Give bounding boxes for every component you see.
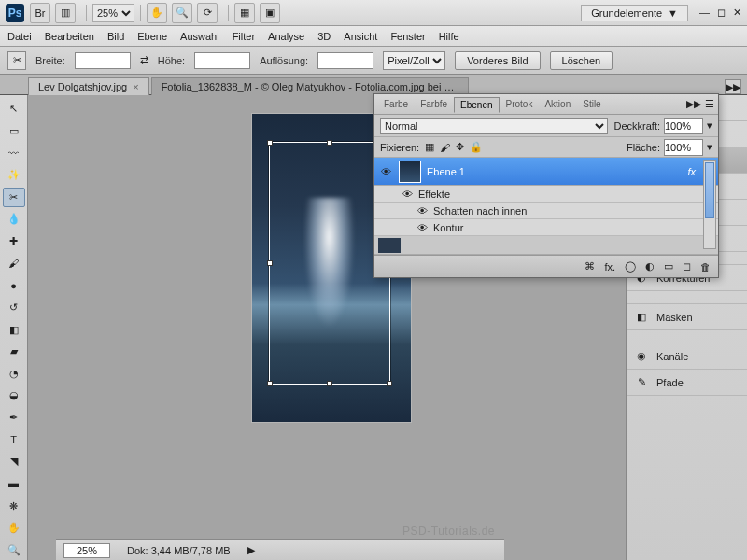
effects-row[interactable]: 👁Effekte bbox=[374, 186, 718, 203]
eyedropper-tool-icon[interactable]: 💧 bbox=[3, 209, 25, 230]
panel-tab[interactable]: Ebenen bbox=[454, 97, 499, 113]
front-image-button[interactable]: Vorderes Bild bbox=[455, 51, 540, 70]
rotate-tool-icon[interactable]: ⟳ bbox=[197, 3, 218, 23]
hand-tool-icon[interactable]: ✋ bbox=[147, 3, 167, 23]
zoom-input[interactable] bbox=[63, 543, 110, 558]
close-icon[interactable]: ✕ bbox=[733, 7, 741, 19]
scrollbar[interactable] bbox=[703, 160, 716, 249]
3d-tool-icon[interactable]: ❋ bbox=[3, 496, 25, 516]
workspace-switcher[interactable]: Grundelemente ▼ bbox=[581, 5, 688, 21]
bridge-icon[interactable]: Br bbox=[30, 3, 50, 23]
adjustment-icon[interactable]: ◐ bbox=[645, 260, 655, 273]
trash-icon[interactable]: 🗑 bbox=[700, 261, 711, 273]
menu-fenster[interactable]: Fenster bbox=[390, 31, 425, 42]
visibility-icon[interactable]: 👁 bbox=[402, 189, 413, 200]
crop-tool-icon[interactable]: ✂ bbox=[7, 51, 26, 70]
menu-ansicht[interactable]: Ansicht bbox=[344, 31, 377, 42]
more-arrows-icon[interactable]: ▶▶ bbox=[686, 98, 701, 110]
effect-stroke[interactable]: 👁Kontur bbox=[374, 219, 718, 236]
dodge-tool-icon[interactable]: ◒ bbox=[3, 385, 25, 406]
menu-datei[interactable]: Datei bbox=[7, 31, 32, 42]
panel-tab[interactable]: Protok bbox=[500, 97, 539, 111]
menu-auswahl[interactable]: Auswahl bbox=[180, 31, 219, 42]
menu-3d[interactable]: 3D bbox=[317, 31, 331, 42]
type-tool-icon[interactable]: T bbox=[3, 429, 25, 450]
chevron-down-icon[interactable]: ▾ bbox=[707, 141, 712, 153]
pen-tool-icon[interactable]: ✒ bbox=[3, 408, 25, 428]
layer-thumb bbox=[378, 238, 401, 253]
mini-bridge-icon[interactable]: ▥ bbox=[55, 3, 76, 23]
minimize-icon[interactable]: — bbox=[699, 7, 710, 19]
chevron-right-icon[interactable]: ▶ bbox=[247, 544, 255, 556]
screen-mode-icon[interactable]: ▣ bbox=[260, 3, 280, 23]
gradient-tool-icon[interactable]: ▰ bbox=[3, 342, 25, 362]
brush-tool-icon[interactable]: 🖌 bbox=[3, 253, 25, 273]
visibility-icon[interactable]: 👁 bbox=[417, 222, 428, 233]
resolution-input[interactable] bbox=[317, 52, 374, 69]
crop-tool-icon[interactable]: ✂ bbox=[3, 188, 25, 208]
history-brush-icon[interactable]: ↺ bbox=[3, 298, 25, 318]
heal-tool-icon[interactable]: ✚ bbox=[3, 231, 25, 252]
layer-row[interactable]: 👁 Ebene 1 fx bbox=[374, 158, 718, 186]
menu-analyse[interactable]: Analyse bbox=[268, 31, 304, 42]
tab-nav-right-icon[interactable]: ▶▶ bbox=[725, 79, 741, 94]
blur-tool-icon[interactable]: ◔ bbox=[3, 364, 25, 385]
shape-tool-icon[interactable]: ▬ bbox=[3, 474, 25, 495]
chevron-down-icon[interactable]: ▾ bbox=[707, 119, 712, 132]
panel-item-pfade[interactable]: ✎Pfade bbox=[627, 370, 747, 396]
scroll-thumb[interactable] bbox=[705, 162, 714, 218]
fill-input[interactable] bbox=[664, 139, 703, 156]
lock-position-icon[interactable]: ✥ bbox=[456, 141, 464, 153]
menu-bild[interactable]: Bild bbox=[107, 31, 124, 42]
visibility-icon[interactable]: 👁 bbox=[378, 164, 393, 179]
path-select-icon[interactable]: ◥ bbox=[3, 452, 25, 472]
doc-tab[interactable]: Lev Dolgatshjov.jpg× bbox=[28, 77, 149, 95]
panel-tab[interactable]: Farbfe bbox=[415, 97, 453, 111]
lock-pixels-icon[interactable]: 🖌 bbox=[440, 142, 450, 153]
panel-item-kanaele[interactable]: ◉Kanäle bbox=[627, 343, 747, 370]
new-layer-icon[interactable]: ◻ bbox=[683, 260, 691, 273]
eraser-tool-icon[interactable]: ◧ bbox=[3, 319, 25, 340]
lock-transparency-icon[interactable]: ▦ bbox=[425, 141, 434, 153]
move-tool-icon[interactable]: ↖ bbox=[3, 99, 25, 119]
swap-icon[interactable]: ⇄ bbox=[140, 54, 148, 66]
zoom-select[interactable]: 25% bbox=[92, 4, 134, 22]
layers-panel[interactable]: Farbe Farbfe Ebenen Protok Aktion Stile … bbox=[374, 93, 719, 278]
mask-icon[interactable]: ◯ bbox=[625, 260, 636, 273]
menu-hilfe[interactable]: Hilfe bbox=[439, 31, 459, 42]
menu-ebene[interactable]: Ebene bbox=[137, 31, 167, 42]
arrange-docs-icon[interactable]: ▦ bbox=[234, 3, 255, 23]
group-icon[interactable]: ▭ bbox=[664, 260, 673, 273]
height-label: Höhe: bbox=[158, 55, 185, 66]
units-select[interactable]: Pixel/Zoll bbox=[383, 51, 445, 70]
panel-item-masken[interactable]: ◧Masken bbox=[627, 304, 747, 330]
marquee-tool-icon[interactable]: ▭ bbox=[3, 121, 25, 142]
maximize-icon[interactable]: ◻ bbox=[717, 7, 726, 19]
visibility-icon[interactable]: 👁 bbox=[417, 205, 428, 217]
layer-row[interactable] bbox=[374, 236, 718, 255]
crop-marquee[interactable] bbox=[269, 142, 390, 385]
width-input[interactable] bbox=[75, 52, 131, 69]
panel-menu-icon[interactable]: ☰ bbox=[705, 98, 714, 110]
panel-tab[interactable]: Stile bbox=[577, 97, 606, 111]
toolbox: ↖ ▭ 〰 ✨ ✂ 💧 ✚ 🖌 ● ↺ ◧ ▰ ◔ ◒ ✒ T ◥ ▬ ❋ ✋ … bbox=[0, 95, 28, 560]
effect-inner-shadow[interactable]: 👁Schatten nach innen bbox=[374, 203, 718, 219]
stamp-tool-icon[interactable]: ● bbox=[3, 275, 25, 296]
blend-mode-select[interactable]: Normal bbox=[380, 118, 608, 134]
lock-all-icon[interactable]: 🔒 bbox=[470, 141, 483, 153]
wand-tool-icon[interactable]: ✨ bbox=[3, 165, 25, 186]
link-icon[interactable]: ⌘ bbox=[585, 260, 595, 273]
clear-button[interactable]: Löschen bbox=[550, 51, 613, 70]
panel-tab[interactable]: Aktion bbox=[539, 97, 576, 111]
opacity-input[interactable] bbox=[664, 118, 703, 134]
height-input[interactable] bbox=[194, 52, 250, 69]
lasso-tool-icon[interactable]: 〰 bbox=[3, 143, 25, 163]
zoom-tool-icon[interactable]: 🔍 bbox=[172, 3, 192, 23]
close-icon[interactable]: × bbox=[133, 81, 138, 92]
fx-icon[interactable]: fx. bbox=[604, 261, 615, 273]
menu-filter[interactable]: Filter bbox=[233, 31, 255, 42]
zoom-tool-icon[interactable]: 🔍 bbox=[3, 540, 25, 561]
menu-bearbeiten[interactable]: Bearbeiten bbox=[45, 31, 94, 42]
panel-tab[interactable]: Farbe bbox=[378, 97, 414, 111]
hand-tool-icon[interactable]: ✋ bbox=[3, 518, 25, 539]
